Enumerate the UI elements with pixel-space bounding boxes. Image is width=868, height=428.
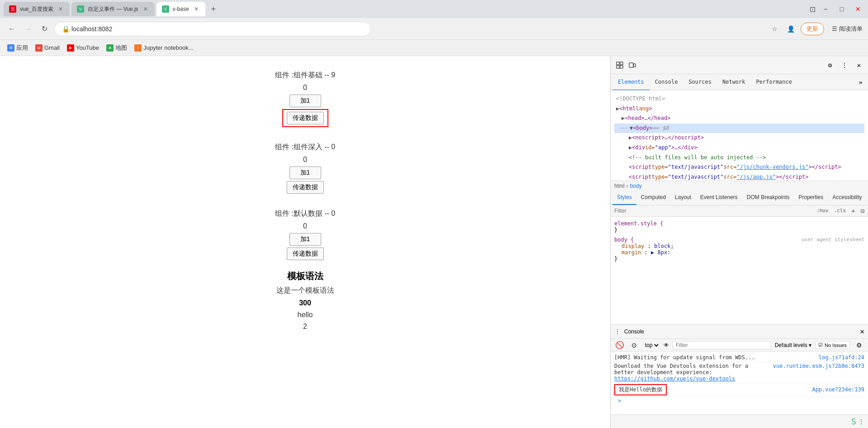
tab-baidu[interactable]: 百 vue_百度搜索 ✕	[4, 2, 70, 16]
devtools-tab-elements[interactable]: Elements	[612, 74, 650, 90]
script-app-tag: <script	[629, 172, 652, 181]
styles-filter-input[interactable]	[614, 208, 813, 214]
styles-cls-button[interactable]: .cls	[834, 208, 846, 214]
tab-baidu-close[interactable]: ✕	[57, 5, 64, 13]
devtools-sub-tab-dom-breakpoints[interactable]: DOM Breakpoints	[742, 191, 794, 205]
new-tab-button[interactable]: +	[207, 3, 220, 15]
console-no-issues-badge: ☑ No Issues	[815, 341, 850, 349]
bookmark-gmail[interactable]: M Gmail	[35, 44, 60, 52]
reading-list-button[interactable]: ☰ 阅读清单	[832, 25, 863, 33]
section-deep: 组件 :组件深入 -- 0 0 加1 传递数据	[18, 137, 592, 196]
tab-v-base-close[interactable]: ✕	[193, 5, 200, 13]
section-basic-add-button[interactable]: 加1	[289, 95, 321, 107]
console-settings-button[interactable]: ⚙	[854, 340, 864, 351]
dom-line-div-app[interactable]: ▶ <div id= "app" > … </div>	[614, 143, 864, 153]
console-preserve-log[interactable]: ⊙	[629, 340, 640, 351]
back-button[interactable]: ←	[5, 23, 18, 35]
console-clear-button[interactable]: 🚫	[614, 340, 625, 351]
minimize-button[interactable]: −	[819, 3, 832, 15]
devtools-sub-tab-styles[interactable]: Styles	[612, 191, 636, 205]
console-close-button[interactable]: ✕	[860, 327, 864, 336]
star-button[interactable]: ☆	[768, 23, 781, 35]
console-drag-icon[interactable]: ⋮	[614, 328, 621, 335]
styles-expand-button[interactable]: ⊡	[861, 207, 864, 214]
devtools-sub-tab-event-listeners[interactable]: Event Listeners	[696, 191, 742, 205]
devtools-link[interactable]: vue.runtime.esm.js?2b0e:8473	[773, 363, 864, 369]
dom-line-script-app[interactable]: <script type= "text/javascript" src= "/j…	[614, 172, 864, 181]
youtube-icon: ▶	[67, 44, 74, 52]
close-button[interactable]: ✕	[852, 3, 864, 15]
console-default-levels[interactable]: Default levels ▾	[775, 342, 811, 348]
console-eye-icon[interactable]: 👁	[664, 342, 669, 348]
devtools-tab-sources[interactable]: Sources	[683, 74, 717, 90]
bookmark-youtube[interactable]: ▶ YouTube	[67, 44, 99, 52]
devtools-tab-performance[interactable]: Performance	[751, 74, 797, 90]
profile-button[interactable]: 👤	[784, 23, 797, 35]
hello-link[interactable]: App.vue?234e:139	[812, 386, 864, 393]
console-input[interactable]	[623, 398, 861, 404]
devtools-settings-button[interactable]: ⚙	[825, 60, 835, 71]
console-context-select[interactable]: top	[643, 342, 660, 349]
update-button[interactable]: 更新	[801, 23, 824, 35]
device-toolbar-button[interactable]	[627, 60, 638, 71]
inspect-element-button[interactable]	[614, 60, 625, 71]
dom-line-noscript[interactable]: ▶ <noscript> … </noscript>	[614, 133, 864, 143]
div-end: </div>	[678, 143, 697, 153]
html-tag-close: >	[649, 104, 652, 114]
section-basic-transmit-button[interactable]: 传递数据	[287, 112, 324, 124]
noscript-expand[interactable]: ▶	[629, 133, 632, 143]
breadcrumb-html[interactable]: html	[614, 183, 625, 189]
hmr-link[interactable]: log.js?1afd:24	[819, 354, 864, 361]
bookmark-jupyter[interactable]: ○ Jupyter notebook...	[134, 44, 194, 52]
console-filter-input[interactable]	[673, 341, 771, 349]
devtools-menu-icon[interactable]: ⊡	[810, 5, 816, 14]
styles-hov-button[interactable]: :hov	[816, 208, 829, 214]
devtools-sub-tab-accessibility[interactable]: Accessibility	[828, 191, 866, 205]
breadcrumb-body[interactable]: body	[630, 183, 642, 189]
bookmark-apps[interactable]: ⊞ 应用	[7, 44, 28, 52]
url-bar[interactable]: 🔒 localhost:8082	[54, 22, 371, 36]
template-section-hello: hello	[276, 311, 334, 319]
devtools-tab-network[interactable]: Network	[717, 74, 751, 90]
div-app-expand[interactable]: ▶	[629, 143, 632, 153]
devtools-dom-section: <!DOCTYPE html> ▶ <html lang > ▶ <head> …	[611, 90, 868, 191]
devtools-url[interactable]: https://github.com/vuejs/vue-devtools	[614, 376, 735, 382]
apps-icon: ⊞	[7, 44, 14, 52]
devtools-sub-tab-properties[interactable]: Properties	[794, 191, 828, 205]
body-expand-arrow[interactable]: ···	[620, 124, 628, 133]
div-id-value: "app"	[655, 143, 671, 153]
body-expand[interactable]: ▼	[630, 124, 633, 133]
devtools-sub-tab-layout[interactable]: Layout	[670, 191, 696, 205]
tab-vue-event-close[interactable]: ✕	[142, 5, 149, 13]
tab-vue-event-favicon: V	[77, 5, 84, 13]
head-expand[interactable]: ▶	[621, 114, 625, 124]
devtools-sub-tab-computed[interactable]: Computed	[636, 191, 670, 205]
script-src-link[interactable]: "/js/chunk-vendors.js"	[736, 162, 808, 172]
section-deep-add-button[interactable]: 加1	[289, 166, 321, 179]
section-default-transmit-button[interactable]: 传递数据	[287, 247, 324, 260]
hello-text-wrapper: 我是Hello的数据	[614, 384, 808, 395]
dom-line-html[interactable]: ▶ <html lang >	[614, 104, 864, 114]
forward-button[interactable]: →	[22, 23, 34, 35]
bookmark-maps[interactable]: ◈ 地图	[106, 44, 127, 52]
script-app-src-link[interactable]: "/js/app.js"	[736, 172, 776, 181]
devtools-tab-more[interactable]: »	[855, 79, 866, 86]
devtools-more-button[interactable]: ⋮	[839, 60, 850, 71]
devtools-panel: ⚙ ⋮ ✕ Elements Console Sources Network	[610, 56, 868, 428]
section-default-add-button[interactable]: 加1	[289, 233, 321, 246]
section-basic-buttons: 加1 传递数据	[18, 95, 592, 127]
devtools-tab-console[interactable]: Console	[650, 74, 683, 90]
tab-vue-event[interactable]: V 自定义事件 — Vue.js ✕	[71, 2, 155, 16]
maximize-button[interactable]: □	[835, 3, 848, 15]
section-deep-transmit-button[interactable]: 传递数据	[287, 181, 324, 194]
refresh-button[interactable]: ↻	[38, 23, 51, 35]
devtools-close-button[interactable]: ✕	[854, 60, 864, 71]
html-expand[interactable]: ▶	[616, 104, 619, 114]
tab-v-base[interactable]: V v-base ✕	[157, 2, 205, 16]
styles-add-button[interactable]: +	[851, 207, 855, 214]
dom-line-head[interactable]: ▶ <head> … </head>	[614, 114, 864, 124]
dom-line-script-vendors[interactable]: <script type= "text/javascript" src= "/j…	[614, 162, 864, 172]
console-content: [HMR] Waiting for update signal from WDS…	[611, 352, 868, 414]
script-close: ></script>	[808, 162, 841, 172]
dom-line-body[interactable]: ··· ▼ <body> == $0	[614, 124, 864, 133]
